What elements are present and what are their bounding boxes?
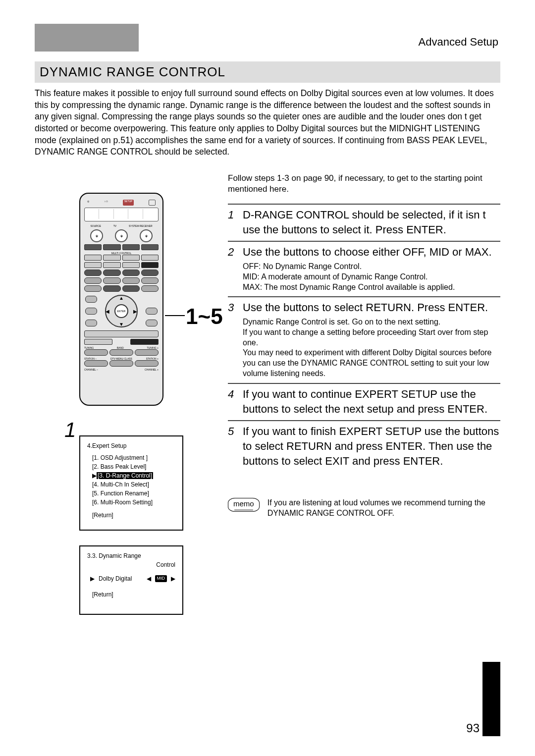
header-color-block	[35, 24, 139, 52]
header-category: Advanced Setup	[139, 24, 500, 52]
step-5-head: If you want to finish EXPERT SETUP use t…	[243, 424, 500, 468]
label-tuning-r: TUNING +	[147, 346, 159, 349]
btn-o3c	[122, 285, 140, 292]
step-4: 4 If you want to continue EXPERT SETUP u…	[228, 387, 500, 416]
btn-r2b	[103, 255, 120, 261]
btn-r3d	[141, 262, 159, 268]
label-dtv: DTV MENU CLASS	[110, 357, 132, 360]
btn-r1c	[122, 244, 140, 250]
pill-sub	[146, 320, 158, 326]
rule-4	[228, 383, 500, 384]
content-columns: ◎ ☼◇ SETUP	[35, 173, 500, 630]
step-3: 3 Use the buttons to select RETURN. Pres…	[228, 300, 500, 378]
step-2-body: OFF: No Dynamic Range Control. MID: A mo…	[243, 262, 500, 292]
step-range-callout: 1~5	[186, 304, 223, 329]
step-1: 1 D-RANGE CONTROL should be selected, if…	[228, 208, 500, 237]
menu1-return: [Return]	[92, 511, 175, 520]
btn-b1	[84, 339, 112, 345]
btn-sc	[109, 360, 133, 367]
btn-sl	[84, 360, 108, 367]
btn-o1a	[84, 270, 102, 276]
step-2-num: 2	[228, 245, 238, 260]
memo-text: If you are listening at loud volumes we …	[268, 498, 500, 519]
step-3-head: Use the buttons to select RETURN. Press …	[243, 300, 500, 315]
btn-r3a	[84, 262, 102, 268]
label-source: SOURCE	[90, 224, 101, 227]
right-column: Follow steps 1-3 on page 90, if necessar…	[228, 173, 500, 630]
label-tv: TV	[113, 224, 116, 227]
side-tab	[482, 662, 500, 736]
follow-note: Follow steps 1-3 on page 90, if necessar…	[228, 173, 500, 195]
btn-o2c	[122, 277, 140, 284]
btn-o2d	[141, 277, 159, 284]
label-sysrec: SYSTEM RECEIVER	[129, 224, 153, 227]
btn-tr	[135, 349, 159, 356]
btn-o1c	[122, 270, 140, 276]
btn-o3d	[141, 285, 159, 292]
btn-o3b	[103, 285, 120, 292]
btn-o2a	[84, 277, 102, 284]
manual-page: Advanced Setup DYNAMIC RANGE CONTROL Thi…	[0, 0, 535, 756]
dpad-zone: ▲ ▼ ◀ ▶ ENTER	[84, 294, 159, 328]
btn-r1a	[84, 244, 102, 250]
power-source: ⏻	[90, 229, 103, 242]
rule-2	[228, 241, 500, 242]
step-2-head: Use the buttons to choose either OFF, MI…	[243, 245, 500, 260]
osd-menu-expert-setup: 4.Expert Setup [1. OSD Adjustment ] [2. …	[79, 435, 183, 531]
btn-r1b	[103, 244, 120, 250]
range-text: 1~5	[186, 304, 223, 328]
btn-o3a	[84, 285, 102, 292]
osd-menu-drange: 3.3. Dynamic Range Control ▶ Dolby Digit…	[79, 545, 183, 615]
remote-screen	[84, 208, 159, 221]
step-4-head: If you want to continue EXPERT SETUP use…	[243, 387, 500, 416]
dpad-up-icon: ▲	[119, 295, 124, 301]
power-tv: ⏻	[115, 229, 128, 242]
memo-row: memo If you are listening at loud volume…	[228, 498, 500, 519]
dpad-enter: ENTER	[114, 304, 128, 318]
btn-r3b	[103, 262, 120, 268]
page-number: 93	[466, 721, 480, 735]
btn-b2	[130, 339, 159, 345]
btn-tc	[109, 349, 133, 356]
step-4-num: 4	[228, 387, 238, 416]
step-1-head: D-RANGE CONTROL should be selected, if i…	[243, 208, 500, 237]
btn-r2c	[122, 255, 140, 261]
step-3-num: 3	[228, 300, 238, 315]
ir-icon: ◎	[87, 200, 89, 206]
left-column: ◎ ☼◇ SETUP	[35, 173, 213, 630]
dpad-down-icon: ▼	[119, 322, 124, 327]
btn-r1d	[141, 244, 159, 250]
memo-badge: memo	[228, 498, 260, 512]
menu1-title: 4.Expert Setup	[87, 441, 175, 450]
step-2: 2 Use the buttons to choose either OFF, …	[228, 245, 500, 292]
pill-tvf	[146, 308, 158, 315]
remote-illustration: ◎ ☼◇ SETUP	[79, 193, 163, 406]
page-header: Advanced Setup	[35, 24, 500, 52]
menu1-item-3-hl: [3. D-Range Control]	[97, 472, 153, 479]
rule-3	[228, 296, 500, 297]
intro-text: This feature makes it possible to enjoy …	[35, 88, 500, 158]
step-5: 5 If you want to finish EXPERT SETUP use…	[228, 424, 500, 468]
menu2-title-b: Control	[87, 560, 175, 569]
btn-o2b	[103, 277, 120, 284]
menu1-item-1: [1. OSD Adjustment ]	[92, 453, 175, 462]
menu1-item-2: [2. Bass Peak Level]	[92, 462, 175, 471]
label-channel-plus: CHANNEL +	[145, 368, 159, 371]
left-step-1-marker: 1	[64, 418, 76, 442]
rule-5	[228, 420, 500, 421]
power-rec: ⏻	[140, 229, 153, 242]
pill-tunered	[85, 308, 97, 315]
play-icon: ▶	[90, 574, 95, 583]
label-tuning-l: TUNING	[84, 346, 94, 349]
menu1-item-3: ▶[3. D-Range Control]	[92, 471, 175, 480]
pill-level	[85, 320, 97, 326]
light-icon: ☼◇	[104, 200, 108, 206]
wide-btn-1	[84, 330, 159, 337]
step-1-num: 1	[228, 208, 238, 237]
btn-tl	[84, 349, 108, 356]
menu2-title-a: 3.3. Dynamic Range	[87, 551, 175, 560]
btn-o1b	[103, 270, 120, 276]
step-5-num: 5	[228, 424, 238, 468]
menu1-item-6: [6. Multi-Room Setting]	[92, 498, 175, 507]
btn-r3c	[122, 262, 140, 268]
